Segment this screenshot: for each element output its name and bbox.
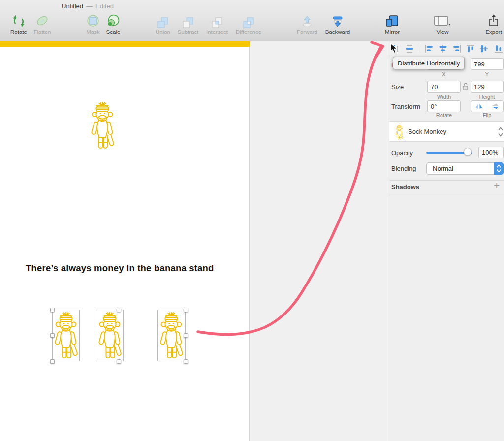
align-top-icon[interactable] <box>465 43 476 54</box>
flatten-icon <box>35 12 50 29</box>
title-separator: — <box>86 2 93 10</box>
toolbar-separator <box>421 44 421 53</box>
mirror-icon <box>385 12 400 29</box>
selection-handle[interactable] <box>50 308 55 312</box>
export-button[interactable]: Export <box>475 12 504 35</box>
x-axis-label: X <box>427 71 461 77</box>
align-left-icon[interactable] <box>423 43 435 54</box>
sock-monkey-thumbnail-icon <box>395 125 403 140</box>
union-icon <box>157 12 169 29</box>
tooltip: Distribute Horizontally <box>393 57 465 69</box>
scale-icon <box>106 12 121 29</box>
toolbar-label: Subtract <box>178 29 199 35</box>
y-axis-label: Y <box>471 71 504 77</box>
dropdown-stepper-icon <box>494 162 504 175</box>
flip-buttons <box>471 100 504 112</box>
toolbar-label: Export <box>485 29 502 35</box>
transform-label: Transform <box>391 103 420 110</box>
divider <box>389 56 504 56</box>
sock-monkey-layer[interactable] <box>159 311 184 360</box>
export-icon <box>487 12 500 29</box>
toolbar-label: Forward <box>297 29 317 35</box>
move-forward-icon <box>300 12 314 29</box>
selection-handle[interactable] <box>184 333 188 338</box>
toolbar-label: Flatten <box>33 29 51 35</box>
symbol-selector[interactable]: Sock Monkey <box>389 121 504 142</box>
toolbar-label: Intersect <box>206 29 228 35</box>
blending-label: Blending <box>391 165 416 172</box>
headline-text-layer[interactable]: There’s always money in the banana stand <box>26 263 214 274</box>
view-button[interactable]: View <box>424 12 461 35</box>
document-status: Edited <box>95 2 114 10</box>
mirror-button[interactable]: Mirror <box>374 12 411 35</box>
backward-button[interactable]: Backward <box>319 12 356 35</box>
artboard[interactable]: There’s always money in the banana stand <box>0 41 250 441</box>
yellow-header-shape[interactable] <box>0 41 250 47</box>
align-center-horizontally-icon[interactable] <box>437 43 449 54</box>
difference-button[interactable]: Difference <box>230 12 267 35</box>
document-name: Untitled <box>62 2 83 10</box>
selection-handle[interactable] <box>117 308 121 312</box>
tooltip-text: Distribute Horizontally <box>398 60 460 67</box>
align-middle-vertically-icon[interactable] <box>478 43 490 54</box>
move-backward-icon <box>331 12 345 29</box>
selection-handle[interactable] <box>184 359 188 364</box>
rotate-label: Rotate <box>427 112 461 118</box>
sock-monkey-layer[interactable] <box>54 311 78 360</box>
size-label: Size <box>391 83 404 91</box>
subtract-icon <box>182 12 194 29</box>
inspector-panel: Position X Y Size Width Height Transform… <box>389 41 504 441</box>
window-title: Untitled — Edited <box>62 2 114 10</box>
toolbar-label: Difference <box>236 29 261 35</box>
toolbar-label: Union <box>156 29 170 35</box>
blending-dropdown[interactable]: Normal <box>426 162 504 175</box>
view-icon <box>433 12 452 29</box>
scale-button[interactable]: Scale <box>94 12 132 35</box>
sock-monkey-layer[interactable] <box>90 99 115 152</box>
align-bottom-icon[interactable] <box>493 43 504 54</box>
width-label: Width <box>427 94 461 100</box>
flip-vertical-button[interactable] <box>487 101 503 112</box>
rotate-field[interactable] <box>427 100 461 112</box>
align-right-icon[interactable] <box>451 43 463 54</box>
difference-icon <box>243 12 254 29</box>
selection-handle[interactable] <box>50 359 55 364</box>
selection-handle[interactable] <box>50 333 55 338</box>
lock-icon[interactable] <box>462 82 469 93</box>
opacity-slider-knob[interactable] <box>464 148 472 156</box>
toolbar: Untitled — Edited m Rotate Flatten <box>0 0 504 41</box>
opacity-value-field[interactable] <box>478 147 504 158</box>
toolbar-label: Mirror <box>385 29 400 35</box>
intersect-icon <box>211 12 223 29</box>
height-field[interactable] <box>471 81 504 93</box>
toolbar-label: Backward <box>325 29 350 35</box>
selection-handle[interactable] <box>184 308 188 312</box>
position-y-field[interactable] <box>471 58 504 70</box>
flip-label: Flip <box>471 112 504 118</box>
flip-horizontal-button[interactable] <box>471 101 487 112</box>
sock-monkey-layer[interactable] <box>97 311 122 360</box>
distribute-vertically-icon[interactable] <box>404 43 415 54</box>
divider <box>389 195 504 195</box>
distribute-horizontally-icon[interactable] <box>388 43 400 54</box>
shadows-section-label: Shadows <box>391 183 419 190</box>
selection-handle[interactable] <box>117 359 121 364</box>
flatten-button[interactable]: Flatten <box>24 12 61 35</box>
canvas[interactable]: There’s always money in the banana stand <box>0 41 389 441</box>
width-field[interactable] <box>427 81 461 93</box>
add-shadow-button[interactable]: + <box>494 180 500 191</box>
blending-value: Normal <box>433 165 453 172</box>
toolbar-label: View <box>437 29 449 35</box>
height-label: Height <box>471 94 504 100</box>
opacity-label: Opacity <box>391 149 413 157</box>
symbol-name: Sock Monkey <box>408 128 446 135</box>
toolbar-label: Scale <box>106 29 121 35</box>
divider <box>389 180 504 181</box>
chevron-up-down-icon <box>498 126 503 140</box>
